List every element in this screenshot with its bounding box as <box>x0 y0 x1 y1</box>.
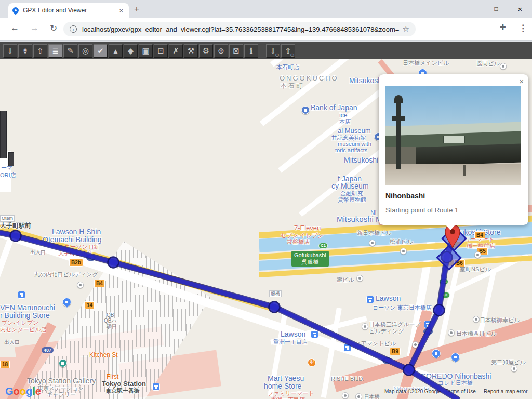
tools-icon[interactable]: ⚒ <box>184 44 198 58</box>
waypoint-photo <box>385 86 521 185</box>
tab-close-icon[interactable]: × <box>117 7 125 15</box>
new-tab-button[interactable]: + <box>134 4 139 15</box>
browser-tab[interactable]: GPX Editor and Viewer × <box>8 3 129 18</box>
upload-gpx-icon[interactable]: ⇧ <box>33 44 47 58</box>
delete-icon[interactable]: ✗ <box>169 44 183 58</box>
page-info-icon[interactable]: i <box>70 25 77 33</box>
tag-icon[interactable]: ◆ <box>124 44 138 58</box>
url-bar[interactable]: i localhost/gpxev/gpx_editor_and_viewer.… <box>63 22 416 36</box>
app-toolbar: ⇩⇟⇧≣✎◎✔▲◆▣⊡✗⚒⚙⊕⊠ℹ⇩◷⇧◷ <box>0 42 532 59</box>
edit-track-icon[interactable]: ✎ <box>63 44 77 58</box>
extensions-icon[interactable]: ✚ <box>500 23 506 31</box>
export-history-icon[interactable]: ⇧◷ <box>281 44 295 58</box>
url-text[interactable]: localhost/gpxev/gpx_editor_and_viewer.cg… <box>82 25 400 33</box>
waypoint-list-icon[interactable]: ✔ <box>94 44 108 58</box>
browser-menu-icon[interactable]: ⋮ <box>518 23 527 34</box>
window-close-button[interactable]: × <box>508 0 532 18</box>
import-history-icon[interactable]: ⇩◷ <box>266 44 280 58</box>
window-minimize-button[interactable]: — <box>460 0 484 18</box>
route-list-icon[interactable]: ≣ <box>48 44 62 58</box>
reload-icon[interactable]: ↻ <box>50 23 57 34</box>
bookmark-star-icon[interactable]: ☆ <box>403 24 409 34</box>
popup-title: Nihonbashi <box>385 192 425 200</box>
forward-icon[interactable]: → <box>30 23 39 33</box>
tab-title: GPX Editor and Viewer <box>23 7 117 14</box>
map-clear-icon[interactable]: ⊠ <box>229 44 243 58</box>
open-gpx-icon[interactable]: ⇩ <box>3 44 17 58</box>
display-icon[interactable]: ⊡ <box>154 44 168 58</box>
open-gps-icon[interactable]: ⇟ <box>18 44 32 58</box>
settings-icon[interactable]: ⚙ <box>199 44 213 58</box>
map-select-icon[interactable]: ⊕ <box>214 44 228 58</box>
info-popup: × Nihonbashi Starting point of Route 1 <box>379 74 528 225</box>
back-icon[interactable]: ← <box>10 23 19 33</box>
comment-icon[interactable]: ▣ <box>139 44 153 58</box>
favicon-pin-icon <box>11 6 20 15</box>
browser-chrome: GPX Editor and Viewer × + — □ × ← → ↻ i … <box>0 0 532 42</box>
popup-tail <box>445 224 456 230</box>
popup-close-icon[interactable]: × <box>519 77 524 86</box>
panel-fragment <box>0 111 7 158</box>
inspect-track-icon[interactable]: ◎ <box>78 44 92 58</box>
window-maximize-button[interactable]: □ <box>484 0 508 18</box>
panel-fragment <box>8 152 14 166</box>
browser-navbar: ← → ↻ i localhost/gpxev/gpx_editor_and_v… <box>0 18 532 41</box>
screen: GPX Editor and Viewer × + — □ × ← → ↻ i … <box>0 0 532 399</box>
elevation-icon[interactable]: ▲ <box>109 44 123 58</box>
popup-description: Starting point of Route 1 <box>385 206 458 214</box>
info-icon[interactable]: ℹ <box>244 44 258 58</box>
